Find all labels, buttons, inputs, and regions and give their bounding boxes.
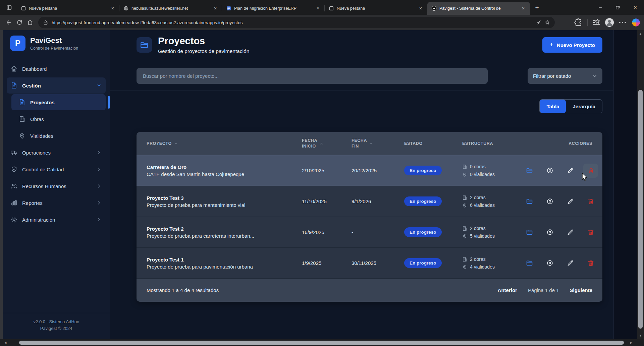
sidebar-item[interactable]: Reportes — [7, 195, 106, 211]
browser-tab[interactable]: nebulasuite.azurewebsites.net ✕ — [119, 2, 222, 15]
browser-tab[interactable]: Pavigest - Sistema de Control de ✕ — [427, 2, 530, 15]
tab-close-icon[interactable]: ✕ — [109, 5, 116, 12]
close-window-button[interactable]: ✕ — [627, 0, 644, 15]
view-toggle-hierarchy[interactable]: Jerarquía — [566, 100, 602, 113]
refresh-icon[interactable] — [14, 17, 25, 28]
tab-actions-icon[interactable] — [3, 2, 15, 13]
sidebar: P PaviGest Control de Pavimentación Dash… — [3, 30, 110, 339]
edit-project-button[interactable] — [563, 256, 578, 270]
open-project-button[interactable] — [522, 256, 537, 270]
tab-title: Plan de Migración EnterpriseERP — [234, 6, 312, 11]
minimize-button[interactable] — [592, 0, 609, 15]
scroll-left-icon[interactable]: ◀ — [2, 339, 9, 346]
horizontal-scrollbar-thumb[interactable] — [19, 341, 624, 345]
view-project-button[interactable] — [542, 164, 557, 178]
previous-page-button[interactable]: Anterior — [498, 287, 517, 293]
sidebar-item-label: Recursos Humanos — [22, 183, 92, 189]
folder-icon — [526, 260, 533, 267]
url-text[interactable]: https://pavigest-frontend.agreeablemeado… — [52, 20, 533, 25]
scroll-down-icon[interactable]: ▼ — [637, 333, 644, 339]
structure-cell: 2 obras 6 vialidades — [462, 195, 522, 208]
project-cell: Carretera de Oro CA1E desde San Martin h… — [147, 164, 302, 177]
table-row: Proyecto Test 1 Proyecto de prueba para … — [137, 247, 602, 278]
extensions-icon[interactable] — [574, 18, 583, 27]
brand: P PaviGest Control de Pavimentación — [3, 30, 110, 56]
chevright-icon — [96, 200, 102, 206]
next-page-button[interactable]: Siguiente — [570, 287, 592, 293]
passwords-key-icon[interactable] — [536, 20, 541, 25]
map-pin-icon — [462, 265, 467, 270]
tab-close-icon[interactable]: ✕ — [417, 5, 424, 12]
sidebar-item[interactable]: Proyectos — [11, 94, 106, 110]
vertical-scrollbar-thumb[interactable] — [638, 90, 643, 329]
table-row: Carretera de Oro CA1E desde San Martin h… — [137, 155, 602, 186]
home-icon[interactable] — [25, 17, 36, 28]
main-content: Proyectos Gestión de proyectos de pavime… — [110, 30, 613, 339]
open-project-button[interactable] — [522, 225, 537, 239]
view-project-button[interactable] — [542, 225, 557, 239]
sidebar-item[interactable]: Operaciones — [7, 145, 106, 161]
sort-caret-icon — [174, 142, 178, 146]
sidebar-item[interactable]: Gestión — [7, 77, 106, 94]
status-cell: En progreso — [404, 166, 462, 175]
building-icon — [462, 164, 467, 169]
view-project-button[interactable] — [542, 256, 557, 270]
vertical-scrollbar: ▲ ▼ — [637, 30, 644, 339]
address-bar[interactable]: https://pavigest-frontend.agreeablemeado… — [38, 17, 555, 28]
sidebar-item[interactable]: Vialidades — [11, 128, 106, 144]
tab-title: Pavigest - Sistema de Control de — [439, 6, 517, 11]
view-toggle-table[interactable]: Tabla — [540, 100, 566, 113]
sidebar-item-label: Operaciones — [22, 150, 92, 156]
browser-tab[interactable]: Plan de Migración EnterpriseERP ✕ — [222, 2, 325, 15]
sidebar-item[interactable]: Obras — [11, 111, 106, 127]
sidebar-item[interactable]: Recursos Humanos — [7, 178, 106, 194]
edit-project-button[interactable] — [563, 164, 578, 178]
view-project-button[interactable] — [542, 194, 557, 209]
search-input[interactable] — [137, 68, 488, 84]
vialidades-count: 4 vialidades — [470, 264, 495, 270]
tab-close-icon[interactable]: ✕ — [315, 5, 321, 12]
sidebar-nav: Dashboard Gestión Proyectos O — [3, 56, 110, 228]
truck-icon — [11, 149, 17, 156]
browser-tab[interactable]: Nueva pestaña ✕ — [17, 2, 119, 15]
back-icon[interactable] — [3, 17, 14, 28]
new-project-button[interactable]: + Nuevo Proyecto — [542, 37, 602, 53]
column-header-fecha-fin[interactable]: FECHAFIN — [352, 138, 404, 149]
delete-project-button[interactable] — [583, 256, 598, 270]
tab-close-icon[interactable]: ✕ — [212, 5, 219, 12]
favorites-hub-icon[interactable] — [592, 18, 601, 27]
open-project-button[interactable] — [522, 194, 537, 209]
sidebar-item[interactable]: Dashboard — [7, 61, 106, 77]
column-header-proyecto[interactable]: PROYECTO — [147, 141, 302, 146]
window-edge — [0, 30, 3, 339]
tab-title: Nueva pestaña — [337, 6, 415, 11]
site-info-lock-icon[interactable] — [43, 20, 48, 25]
favorite-star-icon[interactable] — [545, 20, 550, 25]
sidebar-item[interactable]: Administración — [7, 212, 106, 228]
settings-more-icon[interactable] — [618, 18, 627, 27]
restore-button[interactable] — [609, 0, 627, 15]
delete-project-button[interactable] — [583, 225, 598, 239]
tab-close-icon[interactable]: ✕ — [520, 5, 527, 12]
status-filter-select[interactable]: Filtrar por estado — [528, 68, 602, 84]
app-version: v2.0.0 - Sistema AdHoc — [6, 319, 106, 325]
structure-cell: 2 obras 5 vialidades — [462, 226, 522, 239]
end-date: - — [352, 229, 404, 235]
browser-tab[interactable]: Nueva pestaña ✕ — [325, 2, 427, 15]
users-icon — [11, 183, 17, 189]
column-header-fecha-inicio[interactable]: FECHAINICIO — [302, 138, 352, 149]
edit-project-button[interactable] — [563, 194, 578, 209]
chevright-icon — [96, 183, 102, 189]
open-project-button[interactable] — [522, 164, 537, 178]
horizontal-scrollbar: ◀ ▶ — [0, 339, 644, 346]
page-icon — [329, 6, 334, 11]
new-tab-button[interactable]: + — [532, 3, 542, 13]
sidebar-item[interactable]: Control de Calidad — [7, 161, 106, 177]
copilot-icon[interactable] — [631, 18, 641, 27]
edit-project-button[interactable] — [563, 225, 578, 239]
brand-tagline: Control de Pavimentación — [30, 46, 78, 51]
scroll-right-icon[interactable]: ▶ — [628, 339, 635, 346]
scroll-up-icon[interactable]: ▲ — [637, 31, 644, 37]
profile-avatar[interactable] — [605, 18, 614, 27]
delete-project-button[interactable] — [583, 194, 598, 209]
